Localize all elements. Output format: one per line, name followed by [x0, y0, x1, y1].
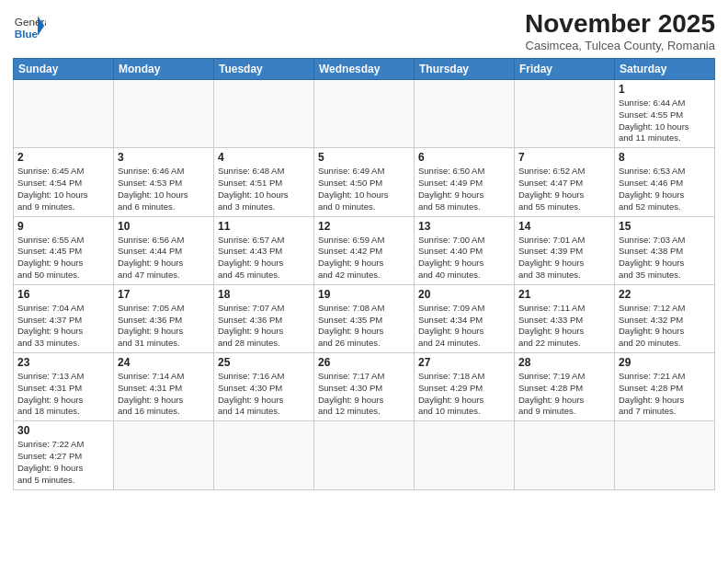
- day-number: 4: [218, 151, 310, 164]
- col-monday: Monday: [114, 59, 214, 80]
- day-cell: 4Sunrise: 6:48 AM Sunset: 4:51 PM Daylig…: [214, 148, 314, 216]
- day-number: 3: [118, 151, 210, 164]
- week-row-2: 9Sunrise: 6:55 AM Sunset: 4:45 PM Daylig…: [14, 216, 715, 284]
- week-row-0: 1Sunrise: 6:44 AM Sunset: 4:55 PM Daylig…: [14, 80, 715, 148]
- day-cell: [14, 80, 114, 148]
- logo-icon: General Blue: [13, 9, 46, 42]
- day-number: 6: [418, 151, 510, 164]
- svg-text:Blue: Blue: [15, 28, 39, 40]
- day-cell: [314, 421, 415, 489]
- day-cell: 9Sunrise: 6:55 AM Sunset: 4:45 PM Daylig…: [14, 216, 114, 284]
- day-number: 13: [418, 220, 510, 233]
- calendar-body: 1Sunrise: 6:44 AM Sunset: 4:55 PM Daylig…: [14, 80, 715, 490]
- day-cell: 2Sunrise: 6:45 AM Sunset: 4:54 PM Daylig…: [14, 148, 114, 216]
- day-cell: [114, 421, 214, 489]
- day-info: Sunrise: 6:57 AM Sunset: 4:43 PM Dayligh…: [218, 235, 310, 282]
- calendar-table: Sunday Monday Tuesday Wednesday Thursday…: [13, 58, 715, 490]
- day-info: Sunrise: 6:48 AM Sunset: 4:51 PM Dayligh…: [218, 166, 310, 213]
- day-cell: 16Sunrise: 7:04 AM Sunset: 4:37 PM Dayli…: [14, 284, 114, 352]
- day-info: Sunrise: 7:13 AM Sunset: 4:31 PM Dayligh…: [17, 371, 109, 418]
- day-info: Sunrise: 6:59 AM Sunset: 4:42 PM Dayligh…: [318, 235, 410, 282]
- day-number: 11: [218, 220, 310, 233]
- day-cell: 29Sunrise: 7:21 AM Sunset: 4:28 PM Dayli…: [615, 353, 715, 421]
- header-row: Sunday Monday Tuesday Wednesday Thursday…: [14, 59, 715, 80]
- day-number: 20: [418, 288, 510, 301]
- day-cell: 18Sunrise: 7:07 AM Sunset: 4:36 PM Dayli…: [214, 284, 314, 352]
- day-cell: 10Sunrise: 6:56 AM Sunset: 4:44 PM Dayli…: [114, 216, 214, 284]
- day-cell: 12Sunrise: 6:59 AM Sunset: 4:42 PM Dayli…: [314, 216, 415, 284]
- day-info: Sunrise: 7:14 AM Sunset: 4:31 PM Dayligh…: [118, 371, 210, 418]
- day-cell: 28Sunrise: 7:19 AM Sunset: 4:28 PM Dayli…: [515, 353, 615, 421]
- day-number: 17: [118, 288, 210, 301]
- day-info: Sunrise: 7:05 AM Sunset: 4:36 PM Dayligh…: [118, 303, 210, 350]
- day-cell: 27Sunrise: 7:18 AM Sunset: 4:29 PM Dayli…: [415, 353, 515, 421]
- day-number: 21: [518, 288, 610, 301]
- day-info: Sunrise: 7:18 AM Sunset: 4:29 PM Dayligh…: [418, 371, 510, 418]
- day-number: 27: [418, 356, 510, 369]
- day-cell: 26Sunrise: 7:17 AM Sunset: 4:30 PM Dayli…: [314, 353, 415, 421]
- day-info: Sunrise: 6:45 AM Sunset: 4:54 PM Dayligh…: [17, 166, 109, 213]
- day-cell: 7Sunrise: 6:52 AM Sunset: 4:47 PM Daylig…: [515, 148, 615, 216]
- day-info: Sunrise: 7:01 AM Sunset: 4:39 PM Dayligh…: [518, 235, 610, 282]
- day-info: Sunrise: 7:21 AM Sunset: 4:28 PM Dayligh…: [619, 371, 711, 418]
- day-number: 30: [17, 424, 109, 437]
- day-number: 28: [518, 356, 610, 369]
- calendar-title: November 2025: [525, 9, 715, 39]
- day-cell: [214, 80, 314, 148]
- day-info: Sunrise: 7:04 AM Sunset: 4:37 PM Dayligh…: [17, 303, 109, 350]
- title-block: November 2025 Casimcea, Tulcea County, R…: [525, 9, 715, 52]
- day-info: Sunrise: 6:56 AM Sunset: 4:44 PM Dayligh…: [118, 235, 210, 282]
- day-number: 19: [318, 288, 410, 301]
- day-cell: 19Sunrise: 7:08 AM Sunset: 4:35 PM Dayli…: [314, 284, 415, 352]
- week-row-3: 16Sunrise: 7:04 AM Sunset: 4:37 PM Dayli…: [14, 284, 715, 352]
- day-info: Sunrise: 7:19 AM Sunset: 4:28 PM Dayligh…: [518, 371, 610, 418]
- day-number: 1: [619, 83, 711, 96]
- day-info: Sunrise: 6:53 AM Sunset: 4:46 PM Dayligh…: [619, 166, 711, 213]
- day-cell: [214, 421, 314, 489]
- day-info: Sunrise: 7:16 AM Sunset: 4:30 PM Dayligh…: [218, 371, 310, 418]
- day-cell: 22Sunrise: 7:12 AM Sunset: 4:32 PM Dayli…: [615, 284, 715, 352]
- day-info: Sunrise: 7:11 AM Sunset: 4:33 PM Dayligh…: [518, 303, 610, 350]
- day-cell: 14Sunrise: 7:01 AM Sunset: 4:39 PM Dayli…: [515, 216, 615, 284]
- page: General Blue November 2025 Casimcea, Tul…: [0, 0, 728, 563]
- day-number: 9: [17, 220, 109, 233]
- day-info: Sunrise: 7:09 AM Sunset: 4:34 PM Dayligh…: [418, 303, 510, 350]
- day-info: Sunrise: 7:08 AM Sunset: 4:35 PM Dayligh…: [318, 303, 410, 350]
- col-thursday: Thursday: [415, 59, 515, 80]
- day-number: 26: [318, 356, 410, 369]
- day-cell: [615, 421, 715, 489]
- day-number: 25: [218, 356, 310, 369]
- day-info: Sunrise: 7:17 AM Sunset: 4:30 PM Dayligh…: [318, 371, 410, 418]
- day-number: 23: [17, 356, 109, 369]
- day-cell: 1Sunrise: 6:44 AM Sunset: 4:55 PM Daylig…: [615, 80, 715, 148]
- day-number: 10: [118, 220, 210, 233]
- day-number: 7: [518, 151, 610, 164]
- day-info: Sunrise: 6:50 AM Sunset: 4:49 PM Dayligh…: [418, 166, 510, 213]
- col-sunday: Sunday: [14, 59, 114, 80]
- day-info: Sunrise: 7:22 AM Sunset: 4:27 PM Dayligh…: [17, 439, 109, 486]
- day-number: 22: [619, 288, 711, 301]
- day-number: 14: [518, 220, 610, 233]
- col-tuesday: Tuesday: [214, 59, 314, 80]
- day-cell: [314, 80, 415, 148]
- week-row-5: 30Sunrise: 7:22 AM Sunset: 4:27 PM Dayli…: [14, 421, 715, 489]
- day-cell: 8Sunrise: 6:53 AM Sunset: 4:46 PM Daylig…: [615, 148, 715, 216]
- day-cell: 11Sunrise: 6:57 AM Sunset: 4:43 PM Dayli…: [214, 216, 314, 284]
- day-number: 24: [118, 356, 210, 369]
- day-info: Sunrise: 7:07 AM Sunset: 4:36 PM Dayligh…: [218, 303, 310, 350]
- day-number: 5: [318, 151, 410, 164]
- col-saturday: Saturday: [615, 59, 715, 80]
- col-friday: Friday: [515, 59, 615, 80]
- day-cell: 24Sunrise: 7:14 AM Sunset: 4:31 PM Dayli…: [114, 353, 214, 421]
- header: General Blue November 2025 Casimcea, Tul…: [13, 9, 715, 52]
- day-cell: 6Sunrise: 6:50 AM Sunset: 4:49 PM Daylig…: [415, 148, 515, 216]
- day-cell: 17Sunrise: 7:05 AM Sunset: 4:36 PM Dayli…: [114, 284, 214, 352]
- day-number: 18: [218, 288, 310, 301]
- day-info: Sunrise: 7:00 AM Sunset: 4:40 PM Dayligh…: [418, 235, 510, 282]
- day-cell: [415, 80, 515, 148]
- day-cell: 23Sunrise: 7:13 AM Sunset: 4:31 PM Dayli…: [14, 353, 114, 421]
- week-row-4: 23Sunrise: 7:13 AM Sunset: 4:31 PM Dayli…: [14, 353, 715, 421]
- day-number: 15: [619, 220, 711, 233]
- day-info: Sunrise: 6:49 AM Sunset: 4:50 PM Dayligh…: [318, 166, 410, 213]
- calendar-subtitle: Casimcea, Tulcea County, Romania: [525, 39, 715, 52]
